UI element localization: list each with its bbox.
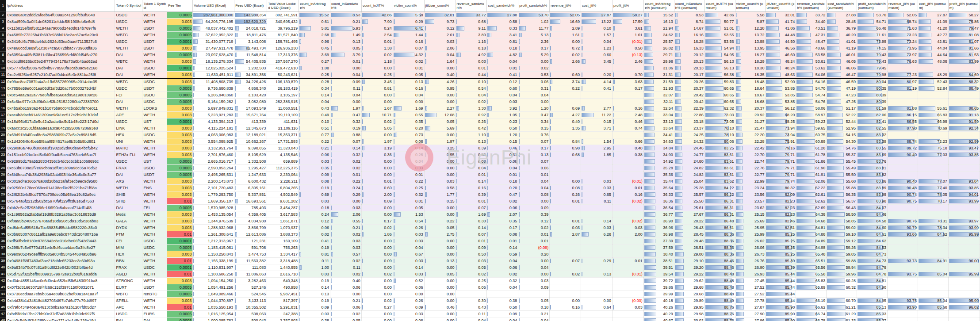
cell-m0[interactable]: 0.12 — [299, 218, 330, 224]
cell-m5[interactable]: 9.11 — [456, 25, 487, 31]
cell-c9[interactable]: 70.69 — [918, 125, 948, 131]
cell-m0[interactable]: 0.45 — [299, 45, 330, 51]
row-number[interactable]: 47 — [0, 310, 6, 317]
cell-c1[interactable]: 8.74 — [674, 18, 704, 25]
cell-m1[interactable]: 0.01 — [330, 58, 362, 65]
cell-m7[interactable]: 0.09 — [518, 204, 550, 211]
cell-m10[interactable]: 2.48 — [612, 111, 643, 118]
cell-m7[interactable]: 0.02 — [518, 224, 550, 231]
cell-fees[interactable]: 15,671,764 — [234, 111, 267, 118]
cell-c0[interactable]: 34.84 — [643, 145, 674, 151]
cell-fees[interactable]: 5,337,851 — [234, 191, 267, 198]
cell-m6[interactable]: 0.04 — [487, 317, 518, 321]
cell-token0[interactable]: DYDX — [115, 224, 142, 231]
cell-fees[interactable]: 18,811,476 — [234, 31, 267, 38]
cell-m4[interactable]: 1.97 — [424, 138, 456, 145]
cell-m1[interactable]: 0.21 — [330, 297, 362, 304]
cell-c2[interactable]: 86.48 — [704, 218, 735, 224]
cell-m2[interactable]: 0.36 — [361, 151, 393, 158]
cell-c5[interactable]: 62.62 — [796, 198, 827, 204]
cell-c2[interactable]: 83.62 — [704, 178, 735, 184]
cell-m1[interactable]: 1.97 — [330, 105, 362, 111]
cell-m1[interactable]: 0.55 — [330, 218, 362, 224]
cell-m1[interactable]: 5.93 — [330, 25, 362, 31]
cell-tvl[interactable]: 3,888,373 — [267, 231, 299, 237]
cell-fees[interactable]: 508,063 — [234, 310, 267, 317]
cell-m1[interactable]: 3.79 — [330, 51, 362, 58]
cell-m10[interactable] — [612, 310, 643, 317]
cell-token1[interactable]: WETH — [142, 191, 167, 198]
cell-c0[interactable]: 36.98 — [643, 231, 674, 237]
cell-c2[interactable]: 88.48 — [704, 277, 735, 284]
cell-c8[interactable]: 93.90 — [888, 304, 918, 310]
cell-c9[interactable]: 66.83 — [918, 111, 948, 118]
cell-c2[interactable]: 60.65 — [704, 92, 735, 98]
cell-c7[interactable]: 84.07 — [857, 204, 888, 211]
cell-c5[interactable]: 65.58 — [796, 271, 827, 277]
cell-c5[interactable]: 53.62 — [796, 65, 827, 71]
cell-c5[interactable]: 33.72 — [796, 11, 827, 18]
cell-m3[interactable]: 1.53 — [393, 211, 424, 218]
cell-m1[interactable]: 0.22 — [330, 178, 362, 184]
cell-c7[interactable]: 84.95 — [857, 297, 888, 304]
row-number[interactable]: 44 — [0, 290, 6, 297]
row-number[interactable]: 12 — [0, 78, 6, 85]
cell-volume[interactable]: 23,097,628,470 — [193, 51, 234, 58]
cell-c5[interactable]: 48.66 — [796, 45, 827, 51]
cell-c8[interactable]: 90.74 — [888, 191, 918, 198]
cell-c3[interactable]: 13.72 — [735, 31, 766, 38]
cell-feeTier[interactable]: 0.003 — [167, 138, 193, 145]
cell-c9[interactable]: 75.18 — [918, 145, 948, 151]
cell-c3[interactable]: 22.76 — [735, 164, 766, 171]
cell-c2[interactable]: 53.56 — [704, 38, 735, 45]
column-header-c7[interactable]: profit_sandwich% (cumsum) — [857, 0, 888, 11]
cell-m1[interactable]: 0.02 — [330, 310, 362, 317]
cell-token1[interactable]: USDT — [142, 284, 167, 290]
cell-c3[interactable]: 18.48 — [735, 78, 766, 85]
cell-m1[interactable]: 0.00 — [330, 98, 362, 105]
cell-m8[interactable]: 0.26 — [550, 191, 581, 198]
cell-m4[interactable]: 0.00 — [424, 297, 456, 304]
cell-m3[interactable]: 0.03 — [393, 257, 424, 264]
cell-c1[interactable]: 29.10 — [674, 257, 704, 264]
cell-c9[interactable]: 48.08 — [918, 58, 948, 65]
cell-c4[interactable]: 85.25 — [766, 251, 796, 257]
cell-fees[interactable]: 3,866,799 — [234, 224, 267, 231]
cell-m6[interactable]: 0.81 — [487, 38, 518, 45]
cell-m1[interactable]: 0.21 — [330, 224, 362, 231]
cell-c9[interactable]: 84.62 — [918, 231, 948, 237]
cell-m10[interactable]: 3.61 — [612, 25, 643, 31]
cell-c2[interactable]: 60.65 — [704, 85, 735, 92]
cell-m7[interactable]: 0.21 — [518, 310, 550, 317]
cell-c10[interactable] — [948, 204, 980, 211]
cell-token0[interactable]: Metis — [115, 211, 142, 218]
cell-c2[interactable]: 88.36 — [704, 237, 735, 244]
cell-token0[interactable]: APE — [115, 111, 142, 118]
cell-m8[interactable]: 0.69 — [550, 105, 581, 111]
cell-m7[interactable]: (0.09) — [518, 244, 550, 251]
cell-m6[interactable]: 0.32 — [487, 277, 518, 284]
column-header-volume[interactable]: Volume USD (Excel) — [193, 0, 234, 11]
cell-c1[interactable]: 16.16 — [674, 31, 704, 38]
cell-m10[interactable]: 2.00 — [612, 231, 643, 237]
cell-m6[interactable]: 3.41 — [487, 31, 518, 38]
cell-m10[interactable]: (0.02) — [612, 198, 643, 204]
cell-c1[interactable]: 25.04 — [674, 178, 704, 184]
cell-volume[interactable]: 2,665,016,717 — [193, 158, 234, 164]
cell-m6[interactable]: 0.59 — [487, 251, 518, 257]
cell-c5[interactable]: 54.16 — [796, 78, 827, 85]
cell-feeTier[interactable]: 0.003 — [167, 178, 193, 184]
row-number[interactable]: 42 — [0, 277, 6, 284]
cell-feeTier[interactable]: 0.003 — [167, 251, 193, 257]
cell-c3[interactable]: 23.57 — [735, 198, 766, 204]
cell-c3[interactable]: 18.68 — [735, 98, 766, 105]
cell-m4[interactable]: 0.00 — [424, 277, 456, 284]
cell-token1[interactable]: USDC — [142, 131, 167, 138]
cell-c6[interactable]: 59.02 — [827, 224, 857, 231]
cell-c5[interactable]: 64.81 — [796, 224, 827, 231]
cell-m9[interactable]: 0.03 — [581, 224, 612, 231]
cell-c8[interactable] — [888, 171, 918, 178]
cell-feeTier[interactable]: 0.003 — [167, 78, 193, 85]
cell-c5[interactable]: 59.23 — [796, 118, 827, 125]
cell-lpAddress[interactable]: 0x1c98562a2fab5af19d8fb3291a36ac3c618835… — [6, 211, 115, 218]
